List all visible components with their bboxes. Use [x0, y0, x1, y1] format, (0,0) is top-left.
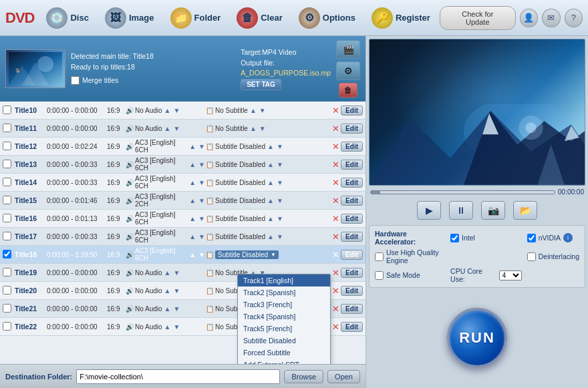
- audio-down-arrow[interactable]: ▼: [173, 125, 181, 132]
- audio-up-arrow[interactable]: ▲: [164, 305, 172, 313]
- row-checkbox-Title18[interactable]: [3, 250, 15, 260]
- audio-down-arrow[interactable]: ▼: [198, 251, 206, 258]
- audio-up-arrow[interactable]: ▲: [188, 161, 196, 168]
- check-update-button[interactable]: Check for Update: [440, 6, 516, 30]
- help-icon-button[interactable]: ?: [565, 9, 583, 27]
- snapshot-button[interactable]: 📷: [481, 201, 505, 220]
- table-row[interactable]: Title11 0:00:00 - 0:00:00 16:9 🔊 No Audi…: [0, 120, 365, 138]
- sub-down-arrow[interactable]: ▼: [276, 233, 284, 240]
- sub-up-arrow[interactable]: ▲: [267, 197, 275, 204]
- sub-up-arrow[interactable]: ▲: [267, 233, 275, 240]
- audio-down-arrow[interactable]: ▼: [173, 107, 181, 114]
- audio-up-arrow[interactable]: ▲: [164, 323, 172, 331]
- sub-down-arrow[interactable]: ▼: [276, 179, 284, 186]
- sub-up-arrow[interactable]: ▲: [267, 161, 275, 168]
- audio-down-arrow[interactable]: ▼: [173, 287, 181, 295]
- table-row[interactable]: Title13 0:00:00 - 0:00:33 16:9 🔊 AC3 [En…: [0, 156, 365, 174]
- row-checkbox-Title14[interactable]: [3, 178, 15, 188]
- edit-button[interactable]: Edit: [341, 124, 363, 134]
- row-checkbox-Title22[interactable]: [3, 322, 15, 332]
- settings-file-button[interactable]: ⚙: [336, 61, 360, 80]
- safe-mode-checkbox[interactable]: [375, 271, 384, 280]
- edit-button[interactable]: Edit: [341, 160, 363, 170]
- list-item[interactable]: Track2 [Spanish]: [238, 286, 330, 299]
- list-item[interactable]: Forced Subtitle: [238, 347, 330, 359]
- audio-up-arrow[interactable]: ▲: [188, 233, 196, 240]
- edit-button[interactable]: Edit: [341, 268, 363, 278]
- audio-up-arrow[interactable]: ▲: [188, 215, 196, 222]
- nvidia-checkbox[interactable]: [527, 234, 536, 242]
- row-checkbox-Title11[interactable]: [3, 124, 15, 134]
- row-checkbox-Title21[interactable]: [3, 304, 15, 314]
- audio-up-arrow[interactable]: ▲: [164, 269, 172, 276]
- audio-up-arrow[interactable]: ▲: [164, 107, 172, 114]
- row-checkbox-Title19[interactable]: [3, 268, 15, 278]
- edit-button[interactable]: Edit: [341, 250, 363, 260]
- table-row[interactable]: Title15 0:00:00 - 0:01:46 16:9 🔊 AC3 [En…: [0, 192, 365, 210]
- audio-up-arrow[interactable]: ▲: [188, 251, 196, 258]
- options-button[interactable]: ⚙ Options: [292, 5, 362, 31]
- register-button[interactable]: 🔑 Register: [365, 5, 437, 31]
- sub-up-arrow[interactable]: ▲: [267, 179, 275, 186]
- sub-up-arrow[interactable]: ▲: [267, 215, 275, 222]
- list-item[interactable]: Track3 [French]: [238, 299, 330, 311]
- destination-input[interactable]: [76, 369, 280, 384]
- edit-button[interactable]: Edit: [341, 232, 363, 242]
- pause-button[interactable]: ⏸: [449, 201, 473, 220]
- table-row[interactable]: Title16 0:00:00 - 0:01:13 16:9 🔊 AC3 [En…: [0, 210, 365, 228]
- sub-down-arrow[interactable]: ▼: [276, 161, 284, 168]
- edit-button[interactable]: Edit: [341, 178, 363, 188]
- edit-button[interactable]: Edit: [341, 322, 363, 332]
- row-checkbox-Title12[interactable]: [3, 142, 15, 152]
- row-checkbox-Title16[interactable]: [3, 214, 15, 224]
- sub-down-arrow[interactable]: ▼: [276, 143, 284, 150]
- image-button[interactable]: 🖼 Image: [98, 5, 161, 31]
- edit-button[interactable]: Edit: [341, 304, 363, 314]
- audio-down-arrow[interactable]: ▼: [198, 143, 206, 150]
- run-button[interactable]: RUN: [447, 308, 507, 368]
- list-item[interactable]: Track1 [English]: [238, 274, 330, 286]
- table-row[interactable]: Title10 0:00:00 - 0:00:00 16:9 🔊 No Audi…: [0, 102, 365, 120]
- table-row[interactable]: Title14 0:00:00 - 0:00:33 16:9 🔊 AC3 [En…: [0, 174, 365, 192]
- row-checkbox-Title20[interactable]: [3, 286, 15, 296]
- sub-up-arrow[interactable]: ▲: [249, 107, 257, 114]
- audio-up-arrow[interactable]: ▲: [188, 197, 196, 204]
- clear-button[interactable]: 🗑 Clear: [230, 5, 289, 31]
- user-icon-button[interactable]: 👤: [520, 9, 538, 27]
- audio-up-arrow[interactable]: ▲: [188, 143, 196, 150]
- deinterlace-checkbox[interactable]: [527, 252, 536, 261]
- intel-checkbox[interactable]: [450, 234, 459, 242]
- sub-down-arrow[interactable]: ▼: [259, 107, 267, 114]
- audio-down-arrow[interactable]: ▼: [173, 323, 181, 331]
- audio-up-arrow[interactable]: ▲: [188, 179, 196, 186]
- audio-up-arrow[interactable]: ▲: [164, 125, 172, 132]
- sub-up-arrow[interactable]: ▲: [267, 143, 275, 150]
- delete-file-button[interactable]: 🗑: [339, 83, 357, 98]
- open-folder-button[interactable]: 📂: [513, 201, 537, 220]
- edit-button[interactable]: Edit: [341, 214, 363, 224]
- row-checkbox-Title10[interactable]: [3, 106, 15, 116]
- subtitle-dropdown[interactable]: Track1 [English]Track2 [Spanish]Track3 […: [237, 274, 331, 364]
- audio-down-arrow[interactable]: ▼: [198, 233, 206, 240]
- seek-bar[interactable]: [370, 190, 555, 194]
- row-checkbox-Title15[interactable]: [3, 196, 15, 206]
- browse-button[interactable]: Browse: [284, 370, 323, 383]
- audio-down-arrow[interactable]: ▼: [198, 197, 206, 204]
- disc-button[interactable]: 💿 Disc: [39, 5, 95, 31]
- row-checkbox-Title17[interactable]: [3, 232, 15, 242]
- nvidia-info-button[interactable]: i: [563, 233, 573, 242]
- cpu-core-select[interactable]: 428: [499, 270, 522, 280]
- play-file-button[interactable]: 🎬: [336, 40, 360, 59]
- audio-up-arrow[interactable]: ▲: [164, 287, 172, 295]
- play-button[interactable]: ▶: [417, 201, 441, 220]
- merge-titles-checkbox[interactable]: [71, 76, 80, 85]
- table-row[interactable]: Title17 0:00:00 - 0:00:33 16:9 🔊 AC3 [En…: [0, 228, 365, 246]
- audio-down-arrow[interactable]: ▼: [198, 215, 206, 222]
- high-quality-checkbox[interactable]: [375, 252, 384, 261]
- sub-down-arrow[interactable]: ▼: [276, 215, 284, 222]
- sub-down-arrow[interactable]: ▼: [259, 125, 267, 132]
- row-checkbox-Title13[interactable]: [3, 160, 15, 170]
- list-item[interactable]: Subtitle Disabled: [238, 335, 330, 347]
- folder-button[interactable]: 📁 Folder: [164, 5, 228, 31]
- sub-down-arrow[interactable]: ▼: [276, 197, 284, 204]
